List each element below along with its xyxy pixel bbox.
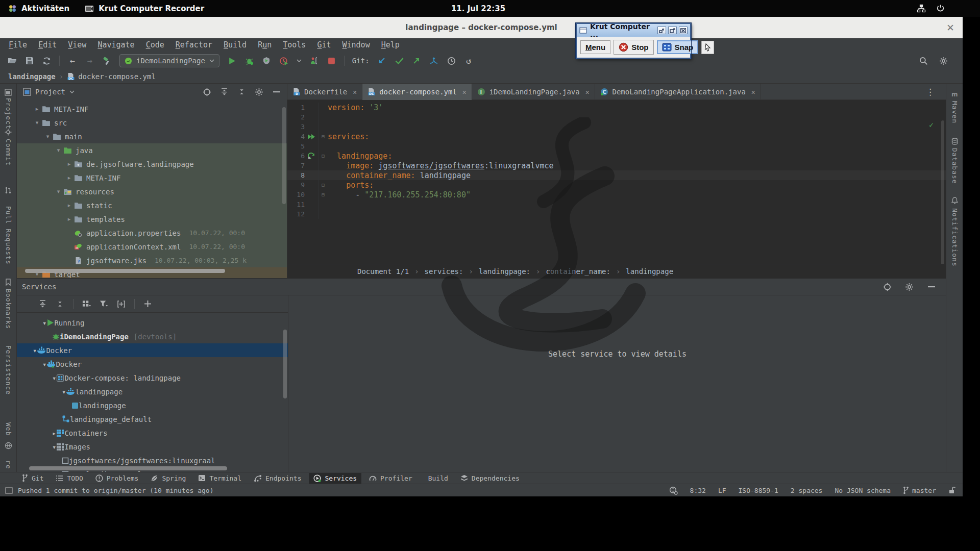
project-tree-item[interactable]: ▸templates <box>17 212 287 226</box>
run-icon[interactable] <box>227 56 237 66</box>
git-update-icon[interactable] <box>377 56 387 66</box>
project-stripe-icon[interactable] <box>0 89 16 96</box>
inspections-ok-icon[interactable]: ✓ <box>929 120 934 130</box>
editor-breadcrumb-item[interactable]: landingpage <box>626 267 673 276</box>
services-tree-item[interactable]: ▾landingpage <box>17 385 288 398</box>
editor-body[interactable]: 1version: '3'234⊟services:56⊟ landingpag… <box>287 100 946 264</box>
add-service-icon[interactable] <box>143 299 152 308</box>
run-all-icon[interactable] <box>305 132 318 141</box>
code-line[interactable]: 1version: '3' <box>287 103 946 112</box>
menu-refactor[interactable]: Refactor <box>170 40 218 49</box>
git-push-icon[interactable] <box>412 56 422 66</box>
close-icon[interactable] <box>679 27 688 34</box>
services-tree-item[interactable]: jgsoftwares/jgsoftwares:linuxgraal <box>17 454 288 467</box>
menu-run[interactable]: Run <box>252 40 277 49</box>
caret-position[interactable]: 8:32 <box>690 487 706 494</box>
line-ending[interactable]: LF <box>718 487 726 494</box>
services-tree-item[interactable]: landingpage <box>17 398 288 412</box>
code-line[interactable]: 2 <box>287 112 946 122</box>
chevron-right-icon[interactable]: ▸ <box>65 174 74 181</box>
web-globe-icon[interactable] <box>0 442 16 449</box>
profiler-run-icon[interactable] <box>262 56 272 66</box>
menu-tools[interactable]: Tools <box>277 40 311 49</box>
stripe-item-notifications[interactable]: Notifications <box>946 208 963 267</box>
rerun-icon[interactable] <box>305 152 318 161</box>
code-line[interactable]: 12 <box>287 209 946 219</box>
project-tree-item[interactable]: ▸META-INF <box>17 171 287 185</box>
git-branch-widget[interactable]: master <box>903 486 936 494</box>
services-title[interactable]: Services <box>22 283 56 291</box>
code-line[interactable]: 3 <box>287 122 946 132</box>
tab-close-icon[interactable]: ✕ <box>353 88 357 96</box>
krut-menu-button[interactable]: Menu <box>580 40 610 54</box>
project-vertical-scrollbar[interactable] <box>282 107 286 204</box>
project-tree-item[interactable]: ▾main <box>17 130 287 143</box>
services-tree-item[interactable]: ▾Images <box>17 440 288 454</box>
project-tree-item[interactable]: ▸de.jgsoftware.landingpage <box>17 157 287 171</box>
hide-icon[interactable] <box>272 88 281 96</box>
code-line[interactable]: 8 container_name: landingpage <box>287 170 946 180</box>
fold-marker-icon[interactable]: ⊟ <box>318 182 328 188</box>
toggle-panels-icon[interactable] <box>5 487 13 494</box>
forward-icon[interactable]: → <box>85 56 94 66</box>
run-configuration-select[interactable]: iDemoLandingPage <box>119 54 219 67</box>
debug-icon[interactable] <box>244 56 254 66</box>
menu-view[interactable]: View <box>62 40 92 49</box>
editor-breadcrumb-item[interactable]: container_name: <box>546 267 610 276</box>
chevron-right-icon[interactable]: ▸ <box>65 202 74 209</box>
stripe-item-persistence[interactable]: Persistence <box>0 345 16 395</box>
code-line[interactable]: 5 <box>287 141 946 151</box>
tab-docker-compose.yml[interactable]: DCdocker-compose.yml✕ <box>362 84 472 100</box>
fold-marker-icon[interactable]: ⊟ <box>318 153 328 159</box>
stripe-item-pull-requests[interactable]: Pull Requests <box>0 206 16 265</box>
gear-icon[interactable] <box>905 283 914 291</box>
chevron-down-icon[interactable]: ▾ <box>54 147 63 154</box>
menu-window[interactable]: Window <box>337 40 376 49</box>
code-line[interactable]: 7 image: jgsoftwares/jgsoftwares:linuxgr… <box>287 161 946 170</box>
ide-titlebar[interactable]: landingpage – docker-compose.yml ✕ <box>0 17 963 38</box>
menu-file[interactable]: File <box>3 40 33 49</box>
tab-close-icon[interactable]: ✕ <box>462 88 467 96</box>
code-line[interactable]: 10⊟ - "217.160.255.254:80:80" <box>287 190 946 199</box>
stripe-item-commit[interactable]: Commit <box>0 139 16 166</box>
chevron-down-icon[interactable]: ▾ <box>62 388 66 396</box>
chevron-down-icon[interactable]: ▾ <box>42 360 46 368</box>
toolwindow-button-spring[interactable]: Spring <box>146 473 190 484</box>
toolwindow-button-terminal[interactable]: Terminal <box>193 473 246 484</box>
code-line[interactable]: 6⊟ landingpage: <box>287 151 946 161</box>
project-tree-item[interactable]: ?jgsoftware.jks10.07.22, 00:03, 2,25 k <box>17 254 287 267</box>
tab-close-icon[interactable]: ✕ <box>585 88 590 96</box>
sync-icon[interactable] <box>42 56 52 66</box>
editor-scrollbar[interactable] <box>941 120 944 264</box>
tab-close-icon[interactable]: ✕ <box>751 88 755 96</box>
bell-icon[interactable] <box>946 197 963 204</box>
database-stripe-icon[interactable] <box>946 138 963 145</box>
attach-profiler-icon[interactable] <box>309 56 319 66</box>
stripe-item-bookmarks[interactable]: Bookmarks <box>0 289 16 329</box>
window-close-icon[interactable]: ✕ <box>946 22 954 33</box>
git-commit-icon[interactable] <box>395 56 404 66</box>
activities-button[interactable]: Aktivitäten <box>8 4 69 13</box>
project-tree-item[interactable]: ▸static <box>17 198 287 212</box>
chevron-right-icon[interactable]: ▸ <box>52 429 56 437</box>
focused-app-menu[interactable]: Krut Computer Recorder <box>85 4 204 13</box>
toolwindow-button-build[interactable]: Build <box>420 473 453 484</box>
toolwindow-button-git[interactable]: Git <box>17 473 48 484</box>
menu-help[interactable]: Help <box>376 40 405 49</box>
project-tree-item[interactable]: application.properties10.07.22, 00:0 <box>17 226 287 240</box>
indent-setting[interactable]: 2 spaces <box>791 487 823 494</box>
code-line[interactable]: 4⊟services: <box>287 132 946 141</box>
pull-requests-stripe-icon[interactable] <box>0 187 16 194</box>
services-horizontal-scrollbar[interactable] <box>29 466 227 470</box>
minimize-icon[interactable] <box>657 27 666 34</box>
stripe-item-database[interactable]: Database <box>946 148 963 184</box>
services-tree-item[interactable]: ▾Docker <box>17 343 288 357</box>
back-icon[interactable]: ← <box>67 56 77 66</box>
project-view-select[interactable]: Project <box>23 88 75 96</box>
chevron-right-icon[interactable]: ▸ <box>33 106 41 112</box>
expand-all-icon[interactable] <box>220 88 229 96</box>
file-encoding[interactable]: ISO-8859-1 <box>739 487 778 494</box>
writable-lock-icon[interactable] <box>948 486 955 494</box>
krut-stop-button[interactable]: Stop <box>614 40 653 55</box>
fold-marker-icon[interactable]: ⊟ <box>318 192 328 197</box>
